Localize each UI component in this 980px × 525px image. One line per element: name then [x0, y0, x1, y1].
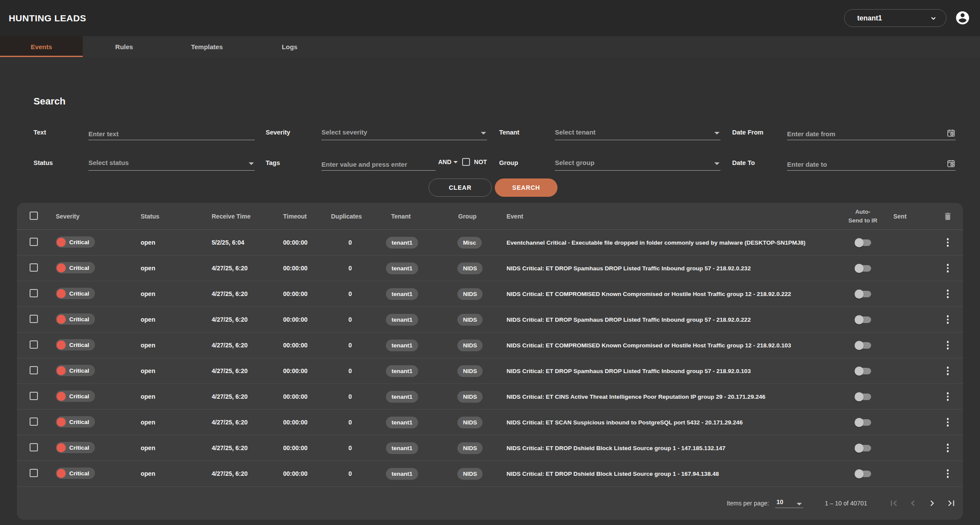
- severity-dot-icon: [57, 469, 66, 478]
- duplicates-value: 0: [329, 470, 386, 477]
- row-menu-icon[interactable]: [946, 365, 950, 377]
- event-text: Eventchannel Critical - Executable file …: [504, 239, 843, 246]
- dropdown-arrow-icon: [481, 132, 486, 135]
- tags-input[interactable]: [321, 161, 436, 168]
- row-menu-icon[interactable]: [946, 391, 950, 402]
- row-checkbox[interactable]: [30, 340, 38, 349]
- auto-send-toggle[interactable]: [855, 238, 871, 247]
- auto-send-toggle[interactable]: [855, 392, 871, 401]
- row-checkbox[interactable]: [30, 315, 38, 323]
- row-menu-icon[interactable]: [946, 288, 950, 300]
- previous-page-icon[interactable]: [907, 498, 919, 509]
- status-value: open: [132, 265, 203, 272]
- row-menu-icon[interactable]: [946, 340, 950, 351]
- row-checkbox[interactable]: [30, 238, 38, 246]
- event-text: NIDS Critical: ET DROP Spamhaus DROP Lis…: [504, 368, 843, 374]
- column-header-tenant: Tenant: [386, 213, 456, 220]
- status-value: open: [132, 342, 203, 349]
- first-page-icon[interactable]: [888, 498, 899, 509]
- row-checkbox[interactable]: [30, 263, 38, 272]
- items-per-page-value: 10: [777, 498, 784, 505]
- group-pill: NIDS: [457, 391, 483, 403]
- timeout-value: 00:00:00: [275, 239, 329, 246]
- group-pill: NIDS: [457, 340, 483, 351]
- receive-time-value: 4/27/25, 6:20: [203, 470, 275, 477]
- tab-logs[interactable]: Logs: [248, 36, 331, 57]
- auto-send-toggle[interactable]: [855, 341, 871, 350]
- severity-badge: Critical: [56, 236, 95, 248]
- auto-send-toggle[interactable]: [855, 444, 871, 453]
- timeout-value: 00:00:00: [275, 342, 329, 349]
- severity-dot-icon: [57, 392, 66, 401]
- row-checkbox[interactable]: [30, 366, 38, 374]
- tenant-pill: tenant1: [386, 442, 418, 454]
- status-select[interactable]: Select status: [88, 156, 255, 171]
- group-select[interactable]: Select group: [555, 156, 720, 171]
- receive-time-value: 4/27/25, 6:20: [203, 367, 275, 374]
- table-row: Criticalopen4/27/25, 6:2000:00:000tenant…: [17, 281, 963, 307]
- receive-time-value: 4/27/25, 6:20: [203, 393, 275, 400]
- group-pill: NIDS: [457, 468, 483, 480]
- timeout-value: 00:00:00: [275, 393, 329, 400]
- row-menu-icon[interactable]: [946, 262, 950, 274]
- auto-send-toggle[interactable]: [855, 418, 871, 427]
- status-value: open: [132, 419, 203, 426]
- duplicates-value: 0: [329, 367, 386, 374]
- text-search-input[interactable]: [88, 130, 255, 138]
- auto-send-toggle[interactable]: [855, 315, 871, 324]
- tab-events[interactable]: Events: [0, 36, 83, 57]
- auto-send-toggle[interactable]: [855, 289, 871, 299]
- auto-send-toggle[interactable]: [855, 469, 871, 478]
- tenant-selector[interactable]: tenant1: [844, 9, 946, 27]
- items-per-page-label: Items per page:: [727, 500, 769, 507]
- calendar-clock-icon[interactable]: [946, 159, 956, 168]
- last-page-icon[interactable]: [946, 498, 957, 509]
- calendar-clock-icon[interactable]: [946, 128, 956, 138]
- row-menu-icon[interactable]: [946, 442, 950, 454]
- select-all-checkbox[interactable]: [30, 212, 38, 220]
- severity-select[interactable]: Select severity: [321, 125, 487, 140]
- table-header-row: Severity Status Receive Time Timeout Dup…: [17, 203, 963, 230]
- tags-field-label: Tags: [266, 159, 280, 166]
- date-from-input[interactable]: [787, 130, 942, 138]
- search-button[interactable]: SEARCH: [495, 178, 558, 197]
- row-checkbox[interactable]: [30, 289, 38, 297]
- row-menu-icon[interactable]: [946, 468, 950, 479]
- severity-label: Critical: [69, 470, 89, 477]
- row-checkbox[interactable]: [30, 469, 38, 477]
- delete-selected-icon[interactable]: [943, 212, 953, 221]
- row-checkbox[interactable]: [30, 392, 38, 400]
- next-page-icon[interactable]: [926, 498, 938, 509]
- tags-not-checkbox[interactable]: [462, 158, 470, 166]
- tenant-select[interactable]: Select tenant: [555, 125, 720, 140]
- column-header-receive-time: Receive Time: [203, 213, 275, 220]
- date-to-input[interactable]: [787, 161, 942, 168]
- items-per-page-select[interactable]: 10: [775, 498, 803, 508]
- timeout-value: 00:00:00: [275, 265, 329, 272]
- row-checkbox[interactable]: [30, 417, 38, 426]
- account-icon[interactable]: [955, 10, 970, 26]
- row-menu-icon[interactable]: [946, 237, 950, 248]
- severity-badge: Critical: [56, 262, 95, 273]
- dropdown-arrow-icon: [714, 162, 720, 165]
- tab-templates[interactable]: Templates: [166, 36, 248, 57]
- column-header-duplicates: Duplicates: [329, 213, 386, 220]
- auto-send-toggle[interactable]: [855, 264, 871, 273]
- column-header-event: Event: [504, 213, 843, 220]
- tab-rules[interactable]: Rules: [83, 36, 166, 57]
- severity-dot-icon: [57, 443, 66, 452]
- column-header-status: Status: [132, 213, 203, 220]
- row-menu-icon[interactable]: [946, 314, 950, 325]
- tenant-field-label: Tenant: [499, 129, 519, 136]
- severity-select-placeholder: Select severity: [321, 128, 367, 136]
- table-row: Criticalopen5/2/25, 6:0400:00:000tenant1…: [17, 230, 963, 256]
- row-checkbox[interactable]: [30, 443, 38, 451]
- group-pill: NIDS: [457, 365, 483, 377]
- severity-dot-icon: [57, 340, 66, 350]
- row-menu-icon[interactable]: [946, 417, 950, 428]
- events-table: Severity Status Receive Time Timeout Dup…: [17, 203, 963, 520]
- tags-operator-select[interactable]: AND: [438, 158, 451, 165]
- clear-button[interactable]: CLEAR: [429, 178, 492, 197]
- auto-send-toggle[interactable]: [855, 367, 871, 376]
- severity-dot-icon: [57, 289, 66, 298]
